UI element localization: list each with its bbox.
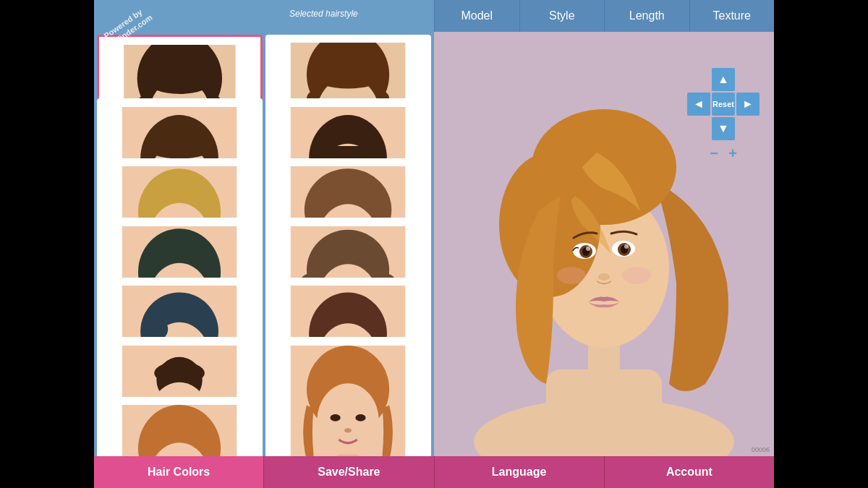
tab-length[interactable]: Length (604, 0, 689, 32)
nav-down-button[interactable]: ▼ (712, 117, 735, 140)
svg-point-5 (146, 67, 213, 94)
bottom-btn-save-share[interactable]: Save/Share (264, 456, 434, 488)
selected-hairstyle-panel: Selected hairstyle (94, 0, 434, 32)
zoom-out-button[interactable]: − (705, 145, 723, 162)
hair-item-13[interactable] (97, 397, 263, 456)
nav-up-button[interactable]: ▲ (712, 68, 735, 91)
svg-point-143 (586, 247, 590, 251)
bottom-btn-hair-colors[interactable]: Hair Colors (94, 456, 264, 488)
svg-point-120 (318, 383, 380, 456)
tab-style[interactable]: Style (519, 0, 605, 32)
tab-model[interactable]: Model (434, 0, 519, 32)
svg-rect-124 (334, 454, 362, 456)
svg-point-123 (345, 428, 352, 432)
svg-point-109 (155, 361, 205, 385)
svg-point-122 (356, 414, 366, 421)
hair-item-12[interactable] (265, 337, 431, 456)
nav-controls: ▲ ◄ Reset ► ▼ − + (687, 68, 760, 162)
zoom-in-button[interactable]: + (724, 145, 741, 162)
selected-label: Selected hairstyle (94, 0, 434, 19)
bottom-btn-account[interactable]: Account (605, 456, 774, 488)
svg-point-149 (557, 267, 586, 284)
svg-point-148 (598, 273, 610, 281)
nav-left-button[interactable]: ◄ (687, 93, 710, 116)
main-content: Powered by hairfinder.com (94, 32, 774, 456)
svg-point-147 (624, 244, 629, 249)
hairstyle-grid (94, 32, 434, 456)
right-panel: ▲ ◄ Reset ► ▼ − + (434, 32, 774, 456)
svg-point-150 (622, 267, 651, 284)
version-label: 00006 (752, 446, 770, 453)
bottom-btn-language[interactable]: Language (435, 456, 605, 488)
top-nav: Selected hairstyle Model Style Length Te… (94, 0, 774, 32)
app-container: Selected hairstyle Model Style Length Te… (94, 0, 774, 488)
bottom-nav: Hair Colors Save/Share Language Account (94, 456, 774, 488)
tab-texture[interactable]: Texture (689, 0, 775, 32)
svg-point-121 (331, 414, 341, 421)
reset-button[interactable]: Reset (712, 93, 735, 116)
left-panel: Powered by hairfinder.com (94, 32, 434, 456)
svg-point-25 (145, 136, 214, 159)
nav-right-button[interactable]: ► (736, 93, 760, 116)
svg-point-16 (314, 66, 383, 89)
